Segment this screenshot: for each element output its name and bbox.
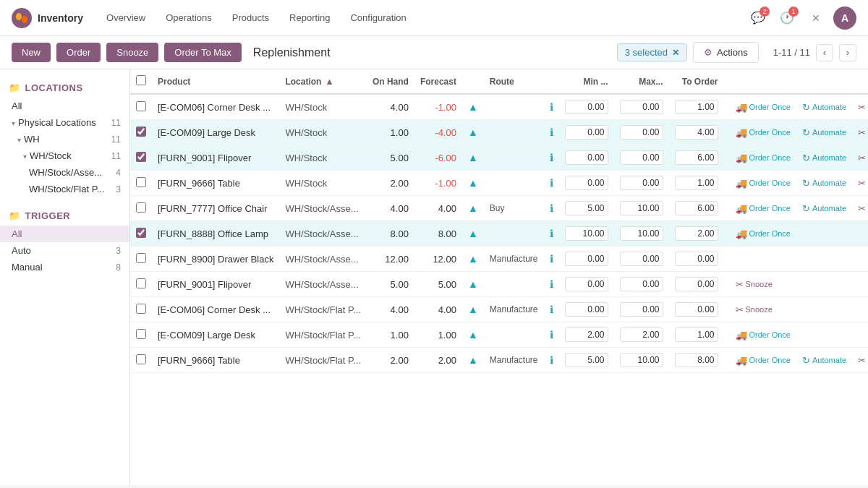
cell-info[interactable]: ℹ	[544, 196, 559, 221]
nav-reporting[interactable]: Reporting	[281, 8, 339, 27]
min-input[interactable]	[565, 176, 608, 190]
nav-configuration[interactable]: Configuration	[341, 8, 414, 27]
snooze-row-btn[interactable]: ✂ Snooze	[852, 202, 868, 215]
next-page-btn[interactable]: ›	[839, 44, 856, 61]
sidebar-whstock-flat[interactable]: WH/Stock/Flat P... 3	[0, 181, 129, 197]
select-all-checkbox[interactable]	[136, 75, 146, 85]
snooze-button[interactable]: Snooze	[106, 43, 158, 62]
order-to-max-button[interactable]: Order To Max	[164, 43, 242, 62]
cell-info[interactable]: ℹ	[544, 120, 559, 145]
cell-to-order[interactable]	[669, 196, 724, 221]
clear-selection-btn[interactable]: ✕	[672, 48, 679, 58]
cell-forecast-chart[interactable]: ▲	[462, 120, 484, 145]
max-input[interactable]	[620, 150, 663, 165]
actions-dropdown-btn[interactable]: ⚙ Actions	[693, 42, 759, 63]
nav-operations[interactable]: Operations	[157, 8, 221, 27]
min-input[interactable]	[565, 328, 608, 342]
cell-to-order[interactable]	[669, 221, 724, 247]
cell-min[interactable]	[559, 322, 614, 348]
cell-max[interactable]	[614, 272, 669, 297]
order-once-btn[interactable]: 🚚 Order Once	[730, 202, 796, 215]
to-order-input[interactable]	[675, 176, 718, 190]
row-checkbox[interactable]	[136, 127, 146, 137]
max-input[interactable]	[620, 328, 663, 342]
snooze-row-btn[interactable]: ✂ Snooze	[852, 176, 868, 190]
cell-to-order[interactable]	[669, 297, 724, 322]
cell-min[interactable]	[559, 171, 614, 196]
cell-info[interactable]: ℹ	[544, 94, 559, 120]
max-input[interactable]	[620, 100, 663, 114]
max-input[interactable]	[620, 277, 663, 291]
cell-info[interactable]: ℹ	[544, 145, 559, 171]
cell-to-order[interactable]	[669, 322, 724, 348]
order-once-btn[interactable]: 🚚 Order Once	[730, 126, 796, 140]
cell-min[interactable]	[559, 272, 614, 297]
cell-to-order[interactable]	[669, 272, 724, 297]
cell-max[interactable]	[614, 196, 669, 221]
cell-min[interactable]	[559, 145, 614, 171]
min-input[interactable]	[565, 302, 608, 317]
to-order-input[interactable]	[675, 302, 718, 317]
row-checkbox[interactable]	[136, 152, 146, 162]
cell-max[interactable]	[614, 247, 669, 272]
max-input[interactable]	[620, 302, 663, 317]
row-checkbox[interactable]	[136, 304, 146, 314]
cell-forecast-chart[interactable]: ▲	[462, 94, 484, 120]
automate-btn[interactable]: ↻ Automate	[796, 151, 852, 165]
automate-btn[interactable]: ↻ Automate	[796, 100, 852, 114]
close-icon-btn[interactable]: ✕	[804, 7, 827, 30]
cell-to-order[interactable]	[669, 348, 724, 373]
cell-forecast-chart[interactable]: ▲	[462, 272, 484, 297]
cell-to-order[interactable]	[669, 120, 724, 145]
to-order-input[interactable]	[675, 125, 718, 140]
order-button[interactable]: Order	[56, 43, 101, 62]
cell-min[interactable]	[559, 221, 614, 247]
max-input[interactable]	[620, 201, 663, 215]
to-order-input[interactable]	[675, 226, 718, 241]
cell-to-order[interactable]	[669, 171, 724, 196]
messages-icon-btn[interactable]: 💬 2	[746, 7, 770, 30]
sidebar-wh[interactable]: ▾WH 11	[0, 131, 129, 147]
cell-to-order[interactable]	[669, 247, 724, 272]
cell-info[interactable]: ℹ	[544, 247, 559, 272]
automate-btn[interactable]: ↻ Automate	[796, 176, 852, 190]
cell-info[interactable]: ℹ	[544, 348, 559, 373]
sidebar-physical-locations[interactable]: ▾Physical Locations 11	[0, 114, 129, 131]
min-input[interactable]	[565, 277, 608, 291]
to-order-input[interactable]	[675, 150, 718, 165]
order-once-btn[interactable]: 🚚 Order Once	[730, 151, 796, 165]
cell-to-order[interactable]	[669, 94, 724, 120]
max-input[interactable]	[620, 252, 663, 266]
row-checkbox[interactable]	[136, 253, 146, 263]
user-avatar[interactable]: A	[833, 7, 856, 30]
max-input[interactable]	[620, 176, 663, 190]
sidebar-whstock-asse[interactable]: WH/Stock/Asse... 4	[0, 164, 129, 181]
cell-forecast-chart[interactable]: ▲	[462, 221, 484, 247]
sidebar-trigger-all[interactable]: All	[0, 226, 129, 242]
row-checkbox[interactable]	[136, 228, 146, 238]
min-input[interactable]	[565, 125, 608, 140]
new-button[interactable]: New	[12, 43, 51, 62]
cell-info[interactable]: ℹ	[544, 221, 559, 247]
cell-forecast-chart[interactable]: ▲	[462, 247, 484, 272]
max-input[interactable]	[620, 353, 663, 367]
snooze-row-btn[interactable]: ✂ Snooze	[852, 126, 868, 140]
cell-forecast-chart[interactable]: ▲	[462, 297, 484, 322]
cell-max[interactable]	[614, 94, 669, 120]
snooze-row-btn[interactable]: ✂ Snooze	[852, 100, 868, 114]
row-checkbox[interactable]	[136, 329, 146, 339]
sidebar-trigger-manual[interactable]: Manual 8	[0, 259, 129, 275]
cell-forecast-chart[interactable]: ▲	[462, 322, 484, 348]
min-input[interactable]	[565, 252, 608, 266]
snooze-row-btn[interactable]: ✂ Snooze	[852, 151, 868, 165]
min-input[interactable]	[565, 150, 608, 165]
to-order-input[interactable]	[675, 100, 718, 114]
calendar-icon-btn[interactable]: 🕐 1	[775, 7, 799, 30]
cell-min[interactable]	[559, 94, 614, 120]
cell-min[interactable]	[559, 297, 614, 322]
to-order-input[interactable]	[675, 353, 718, 367]
cell-min[interactable]	[559, 247, 614, 272]
automate-btn[interactable]: ↻ Automate	[796, 202, 852, 215]
prev-page-btn[interactable]: ‹	[816, 44, 833, 61]
cell-forecast-chart[interactable]: ▲	[462, 348, 484, 373]
